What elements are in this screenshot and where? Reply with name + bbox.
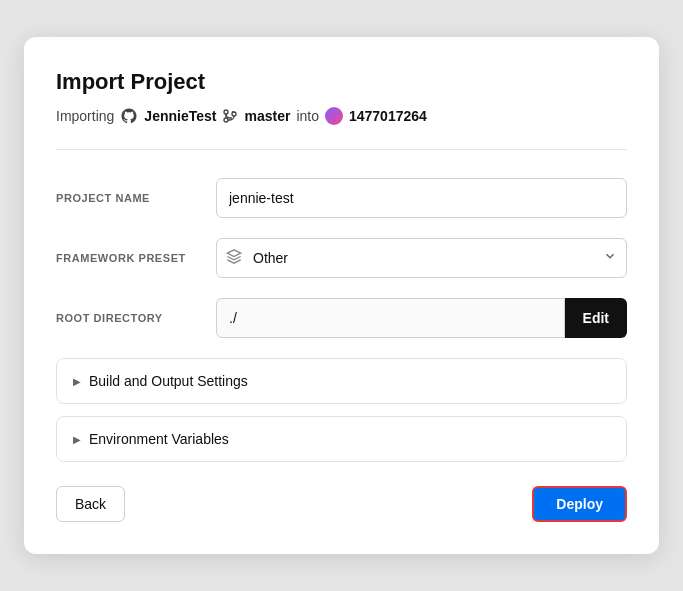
framework-label: FRAMEWORK PRESET bbox=[56, 252, 216, 264]
section-divider bbox=[56, 149, 627, 150]
project-name-label: PROJECT NAME bbox=[56, 192, 216, 204]
footer: Back Deploy bbox=[56, 486, 627, 522]
edit-button[interactable]: Edit bbox=[565, 298, 627, 338]
framework-select[interactable]: Other Next.js Create React App Vue.js bbox=[216, 238, 627, 278]
github-icon bbox=[120, 107, 138, 125]
org-id: 1477017264 bbox=[349, 108, 427, 124]
root-directory-group: ROOT DIRECTORY Edit bbox=[56, 298, 627, 338]
framework-select-wrapper: Other Next.js Create React App Vue.js bbox=[216, 238, 627, 278]
env-variables-label: Environment Variables bbox=[89, 431, 229, 447]
project-name-group: PROJECT NAME bbox=[56, 178, 627, 218]
importing-label: Importing bbox=[56, 108, 114, 124]
import-project-modal: Import Project Importing JennieTest mast… bbox=[24, 37, 659, 554]
arrow-right-icon: ▶ bbox=[73, 376, 81, 387]
env-variables-section: ▶ Environment Variables bbox=[56, 416, 627, 462]
arrow-right-icon-2: ▶ bbox=[73, 434, 81, 445]
back-button[interactable]: Back bbox=[56, 486, 125, 522]
import-info-bar: Importing JennieTest master into 1477017… bbox=[56, 107, 627, 125]
deploy-button[interactable]: Deploy bbox=[532, 486, 627, 522]
build-settings-section: ▶ Build and Output Settings bbox=[56, 358, 627, 404]
svg-point-1 bbox=[224, 118, 228, 122]
build-settings-label: Build and Output Settings bbox=[89, 373, 248, 389]
branch-name: master bbox=[244, 108, 290, 124]
framework-preset-group: FRAMEWORK PRESET Other Next.js Create Re… bbox=[56, 238, 627, 278]
page-title: Import Project bbox=[56, 69, 627, 95]
root-directory-input[interactable] bbox=[216, 298, 565, 338]
build-settings-toggle[interactable]: ▶ Build and Output Settings bbox=[57, 359, 626, 403]
project-name-input[interactable] bbox=[216, 178, 627, 218]
repo-name: JennieTest bbox=[144, 108, 216, 124]
into-label: into bbox=[296, 108, 319, 124]
svg-point-0 bbox=[224, 110, 228, 114]
org-avatar bbox=[325, 107, 343, 125]
root-directory-wrapper: Edit bbox=[216, 298, 627, 338]
env-variables-toggle[interactable]: ▶ Environment Variables bbox=[57, 417, 626, 461]
branch-icon bbox=[222, 108, 238, 124]
root-directory-label: ROOT DIRECTORY bbox=[56, 312, 216, 324]
